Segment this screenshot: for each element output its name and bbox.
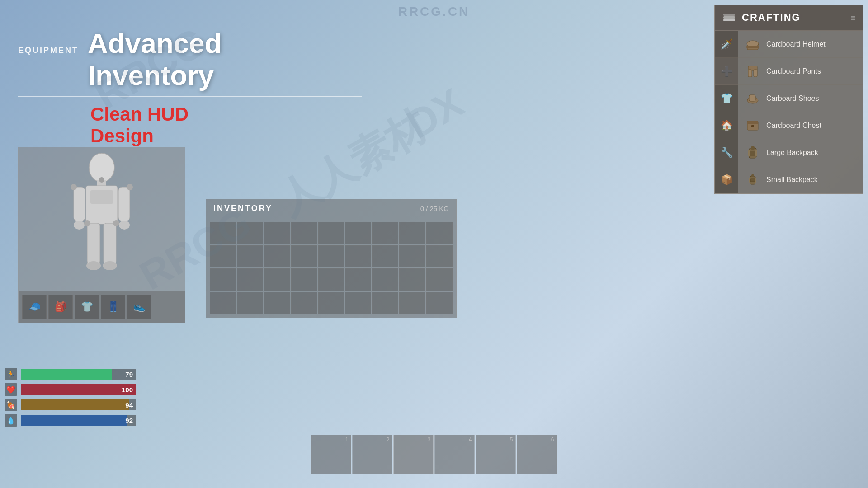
inventory-cell[interactable] — [210, 222, 236, 244]
inventory-cell[interactable] — [399, 222, 425, 244]
svg-rect-34 — [748, 150, 750, 156]
svg-point-15 — [84, 220, 90, 226]
inventory-cell[interactable] — [291, 222, 317, 244]
svg-point-5 — [74, 221, 85, 230]
top-watermark: RRCG.CN — [398, 5, 470, 19]
cardboard-shoes-icon — [745, 90, 761, 107]
inventory-cell[interactable] — [210, 292, 236, 314]
inventory-cell[interactable] — [318, 292, 344, 314]
chest-icon: 👕 — [81, 301, 93, 313]
hotbar-slot-5[interactable]: 5 — [476, 435, 516, 474]
equip-slot-chest[interactable]: 👕 — [75, 295, 99, 319]
crafting-header: CRAFTING ≡ — [715, 5, 863, 31]
inventory-cell[interactable] — [372, 222, 398, 244]
inventory-cell[interactable] — [372, 268, 398, 291]
hotbar-slot-1[interactable]: 1 — [311, 435, 351, 474]
inventory-cell[interactable] — [264, 292, 290, 314]
inventory-cell[interactable] — [264, 268, 290, 291]
sidebar-item-medical[interactable]: ➕ — [715, 58, 738, 85]
large-backpack-icon — [745, 145, 761, 161]
inventory-cell[interactable] — [345, 292, 371, 314]
svg-rect-17 — [723, 19, 735, 21]
cardboard-chest-icon — [745, 117, 761, 134]
inventory-cell[interactable] — [399, 292, 425, 314]
svg-rect-19 — [723, 14, 735, 16]
inventory-cell[interactable] — [210, 268, 236, 291]
inventory-cell[interactable] — [237, 292, 263, 314]
svg-point-13 — [71, 184, 77, 190]
inventory-cell[interactable] — [399, 268, 425, 291]
equipment-header: EQUIPMENT Advanced Inventory — [18, 27, 190, 91]
inventory-cell[interactable] — [426, 292, 453, 314]
crafting-item-cardboard-pants[interactable]: Cardboard Pants — [738, 58, 863, 85]
crafting-body: 🗡️ ➕ 👕 🏠 🔧 📦 Cardboard HelmetCardboard P… — [715, 31, 863, 193]
sidebar-item-storage[interactable]: 📦 — [715, 166, 738, 193]
inventory-cell[interactable] — [318, 222, 344, 244]
health-value: 100 — [122, 386, 133, 394]
sidebar-item-clothing[interactable]: 👕 — [715, 85, 738, 112]
svg-rect-38 — [750, 179, 755, 182]
inventory-cell[interactable] — [426, 245, 453, 268]
hotbar-slot-6[interactable]: 6 — [517, 435, 557, 474]
hotbar-slot-3[interactable]: 3 — [394, 435, 434, 474]
hunger-value: 94 — [125, 401, 133, 409]
svg-rect-33 — [750, 152, 755, 155]
cardboard-pants-name: Cardboard Pants — [766, 67, 821, 75]
inventory-cell[interactable] — [399, 245, 425, 268]
svg-point-12 — [99, 177, 104, 183]
inventory-cell[interactable] — [345, 245, 371, 268]
svg-rect-29 — [747, 121, 758, 124]
inventory-cell[interactable] — [237, 222, 263, 244]
inventory-cell[interactable] — [426, 268, 453, 291]
svg-rect-32 — [751, 146, 755, 150]
inventory-cell[interactable] — [318, 268, 344, 291]
crafting-panel: CRAFTING ≡ 🗡️ ➕ 👕 🏠 🔧 📦 — [714, 5, 863, 194]
inventory-box: INVENTORY 0 / 25 KG — [206, 199, 457, 318]
stamina-icon: 🏃 — [5, 368, 17, 380]
inventory-cell[interactable] — [426, 222, 453, 244]
inventory-grid — [206, 218, 456, 318]
inventory-cell[interactable] — [291, 292, 317, 314]
inventory-cell[interactable] — [210, 245, 236, 268]
inventory-cell[interactable] — [291, 268, 317, 291]
inventory-cell[interactable] — [318, 245, 344, 268]
svg-point-14 — [127, 184, 133, 190]
svg-rect-27 — [749, 95, 755, 101]
hotbar-slot-2[interactable]: 2 — [353, 435, 392, 474]
crafting-item-cardboard-helmet[interactable]: Cardboard Helmet — [738, 31, 863, 58]
building-icon: 🏠 — [721, 120, 733, 131]
health-bar-fill — [21, 384, 136, 395]
crafting-item-small-backpack[interactable]: Small Backpack — [738, 166, 863, 193]
storage-icon: 📦 — [721, 174, 733, 186]
cardboard-shoes-name: Carboard Shoes — [766, 94, 819, 103]
equip-slot-legs[interactable]: 👖 — [101, 295, 125, 319]
equip-slot-head[interactable]: 🧢 — [22, 295, 47, 319]
thirst-bar-fill — [21, 415, 127, 426]
sidebar-item-weapons[interactable]: 🗡️ — [715, 31, 738, 58]
inventory-cell[interactable] — [264, 222, 290, 244]
sidebar-item-tools[interactable]: 🔧 — [715, 139, 738, 166]
crafting-item-large-backpack[interactable]: Large Backpack — [738, 139, 863, 166]
weapon-icon: 🗡️ — [721, 38, 733, 50]
inventory-cell[interactable] — [237, 268, 263, 291]
inventory-cell[interactable] — [291, 245, 317, 268]
crafting-item-cardboard-chest[interactable]: Cardboard Chest — [738, 112, 863, 139]
hunger-bar-container: 94 — [21, 399, 136, 410]
inventory-header: INVENTORY 0 / 25 KG — [206, 199, 456, 218]
equip-slot-feet[interactable]: 👟 — [127, 295, 151, 319]
inventory-cell[interactable] — [345, 222, 371, 244]
svg-point-9 — [86, 261, 101, 270]
crafting-item-cardboard-shoes[interactable]: Carboard Shoes — [738, 85, 863, 112]
crafting-menu-icon[interactable]: ≡ — [850, 13, 856, 23]
sidebar-item-building[interactable]: 🏠 — [715, 112, 738, 139]
inventory-cell[interactable] — [345, 268, 371, 291]
hotbar-slot-4[interactable]: 4 — [435, 435, 475, 474]
svg-rect-7 — [87, 223, 100, 264]
inventory-cell[interactable] — [237, 245, 263, 268]
inventory-cell[interactable] — [372, 245, 398, 268]
inventory-cell[interactable] — [264, 245, 290, 268]
health-bar-container: 100 — [21, 384, 136, 395]
svg-rect-24 — [748, 70, 752, 77]
inventory-cell[interactable] — [372, 292, 398, 314]
equip-slot-back[interactable]: 🎒 — [48, 295, 73, 319]
